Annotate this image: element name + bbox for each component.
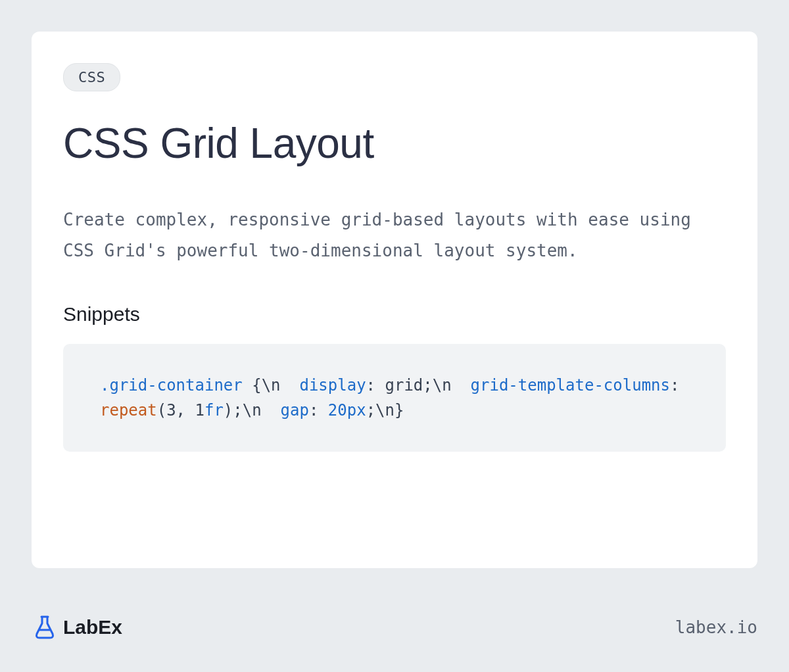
snippets-heading: Snippets: [63, 303, 726, 325]
code-text: : grid;\n: [366, 376, 471, 395]
code-property: gap: [281, 401, 309, 420]
logo: LabEx: [32, 614, 122, 640]
code-text: {\n: [243, 376, 300, 395]
flask-icon: [32, 614, 58, 640]
language-tag: CSS: [63, 63, 120, 91]
code-text: :: [670, 376, 689, 395]
code-text: :: [309, 401, 328, 420]
description-text: Create complex, responsive grid-based la…: [63, 204, 726, 266]
code-text: );\n: [224, 401, 281, 420]
code-value: 20px: [328, 401, 366, 420]
code-property: grid-template-columns: [471, 376, 670, 395]
code-property: display: [299, 376, 366, 395]
logo-text: LabEx: [63, 616, 122, 638]
footer: LabEx labex.io: [32, 614, 757, 640]
code-snippet: .grid-container {\n display: grid;\n gri…: [63, 344, 726, 452]
footer-url: labex.io: [675, 617, 757, 637]
content-card: CSS CSS Grid Layout Create complex, resp…: [32, 32, 757, 568]
code-selector: .grid-container: [100, 376, 243, 395]
code-text: ;\n}: [366, 401, 404, 420]
code-unit: fr: [204, 401, 224, 420]
code-text: (3, 1: [157, 401, 204, 420]
code-function: repeat: [100, 401, 157, 420]
page-title: CSS Grid Layout: [63, 119, 726, 168]
